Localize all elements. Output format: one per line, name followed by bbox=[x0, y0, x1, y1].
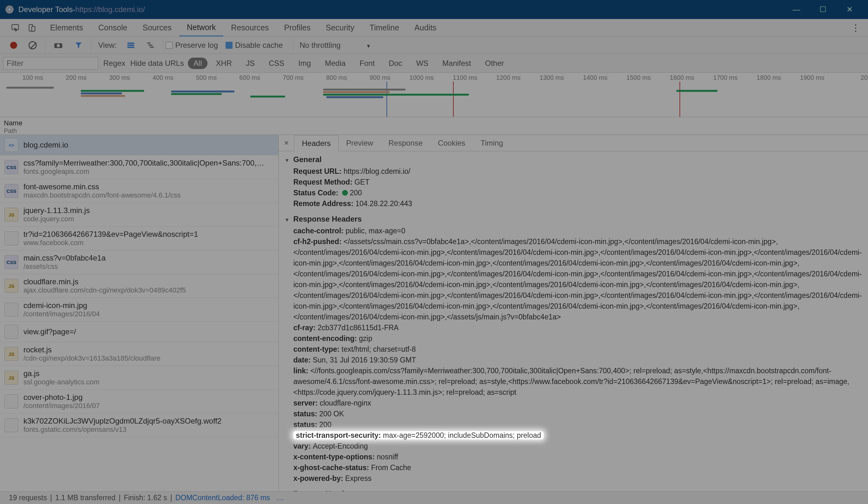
request-name: rocket.js bbox=[23, 345, 160, 354]
header-value: gzip bbox=[359, 334, 372, 343]
response-headers-section-header[interactable]: Response Headers bbox=[279, 213, 868, 225]
request-row[interactable]: <>blog.cdemi.io bbox=[0, 135, 278, 156]
tab-elements[interactable]: Elements bbox=[42, 19, 91, 36]
request-row[interactable]: JSjquery-1.11.3.min.jscode.jquery.com bbox=[0, 203, 278, 227]
large-rows-icon[interactable] bbox=[127, 42, 135, 49]
details-tab-headers[interactable]: Headers bbox=[294, 135, 339, 151]
header-row: Request Method: GET bbox=[293, 177, 868, 187]
request-list[interactable]: <>blog.cdemi.ioCSScss?family=Merriweathe… bbox=[0, 135, 279, 491]
header-key: Remote Address: bbox=[293, 199, 355, 208]
request-row[interactable]: tr?id=210636642667139&ev=PageView&noscri… bbox=[0, 227, 278, 250]
request-name: cloudflare.min.js bbox=[23, 277, 186, 286]
minimize-button[interactable]: — bbox=[783, 5, 810, 14]
filter-type-ws[interactable]: WS bbox=[411, 57, 434, 69]
name-col-header[interactable]: Name bbox=[4, 119, 864, 127]
capture-screenshot-icon[interactable] bbox=[53, 41, 63, 49]
svg-rect-9 bbox=[127, 44, 134, 45]
file-css-icon: CSS bbox=[4, 184, 18, 198]
clear-icon[interactable] bbox=[29, 41, 37, 49]
filter-type-font[interactable]: Font bbox=[354, 57, 381, 69]
header-value: GET bbox=[354, 178, 369, 186]
header-key: Status Code: bbox=[293, 189, 340, 197]
header-row: cf-h2-pushed: </assets/css/main.css?v=0b… bbox=[293, 236, 868, 322]
tab-network[interactable]: Network bbox=[179, 19, 224, 36]
request-row[interactable]: JSrocket.js/cdn-cgi/nexp/dok3v=1613a3a18… bbox=[0, 342, 278, 366]
svg-point-2 bbox=[8, 8, 10, 10]
file-img-icon bbox=[4, 325, 18, 339]
header-key: status: bbox=[293, 410, 319, 418]
waterfall-icon[interactable] bbox=[146, 42, 155, 49]
filter-bar: Regex Hide data URLs AllXHRJSCSSImgMedia… bbox=[0, 54, 868, 73]
details-tab-response[interactable]: Response bbox=[381, 135, 430, 151]
timeline-tick: 1700 ms bbox=[694, 73, 738, 82]
request-row[interactable]: cdemi-icon-min.jpg/content/images/2016/0… bbox=[0, 298, 278, 322]
filter-input[interactable] bbox=[3, 57, 98, 70]
file-img-icon bbox=[4, 395, 18, 408]
timeline-overview[interactable]: 100 ms200 ms300 ms400 ms500 ms600 ms700 … bbox=[0, 73, 868, 117]
request-row[interactable]: k3k702ZOKiLJc3WVjuplzOgdm0LZdjqr5-oayXSO… bbox=[0, 413, 278, 437]
request-path: ssl.google-analytics.com bbox=[23, 378, 100, 386]
more-icon[interactable]: ⋮ bbox=[843, 19, 868, 36]
filter-icon[interactable] bbox=[74, 41, 83, 49]
header-value: Accept-Encoding bbox=[313, 442, 368, 450]
svg-rect-8 bbox=[127, 42, 134, 44]
details-tab-timing[interactable]: Timing bbox=[473, 135, 511, 151]
request-row[interactable]: CSSmain.css?v=0bfabc4e1a/assets/css bbox=[0, 250, 278, 274]
request-row[interactable]: JScloudflare.min.jsajax.cloudflare.com/c… bbox=[0, 274, 278, 298]
load-marker-2 bbox=[680, 82, 680, 117]
tab-resources[interactable]: Resources bbox=[223, 19, 277, 36]
header-value: https://blog.cdemi.io/ bbox=[343, 167, 410, 175]
device-toggle-icon[interactable] bbox=[27, 23, 36, 32]
timeline-tick: 20 bbox=[825, 73, 868, 82]
filter-type-media[interactable]: Media bbox=[319, 57, 351, 69]
filter-type-manifest[interactable]: Manifest bbox=[436, 57, 477, 69]
file-img-icon bbox=[4, 303, 18, 317]
timeline-tick: 1600 ms bbox=[651, 73, 694, 82]
header-key: vary: bbox=[293, 442, 313, 450]
filter-type-other[interactable]: Other bbox=[479, 57, 510, 69]
request-name: view.gif?page=/ bbox=[23, 327, 76, 336]
request-name: ga.js bbox=[23, 369, 100, 378]
header-key: Request Method: bbox=[293, 178, 354, 186]
header-value: public, max-age=0 bbox=[345, 227, 405, 235]
request-row[interactable]: CSSfont-awesome.min.cssmaxcdn.bootstrapc… bbox=[0, 179, 278, 203]
close-button[interactable]: ✕ bbox=[836, 5, 863, 14]
details-tab-preview[interactable]: Preview bbox=[339, 135, 381, 151]
tab-timeline[interactable]: Timeline bbox=[362, 19, 407, 36]
filter-type-css[interactable]: CSS bbox=[263, 57, 290, 69]
request-row[interactable]: view.gif?page=/ bbox=[0, 322, 278, 342]
maximize-button[interactable]: ☐ bbox=[810, 5, 836, 14]
general-section-header[interactable]: General bbox=[279, 153, 868, 166]
hide-data-urls-checkbox[interactable]: Hide data URLs bbox=[130, 59, 184, 68]
throttling-select[interactable]: No throttling▼ bbox=[300, 41, 371, 50]
header-row: Remote Address: 104.28.22.20:443 bbox=[293, 198, 868, 209]
inspect-element-icon[interactable] bbox=[11, 23, 20, 32]
file-doc-icon: <> bbox=[4, 138, 18, 152]
tab-security[interactable]: Security bbox=[318, 19, 362, 36]
filter-type-doc[interactable]: Doc bbox=[383, 57, 408, 69]
record-icon[interactable] bbox=[10, 42, 17, 49]
filter-type-js[interactable]: JS bbox=[240, 57, 260, 69]
filter-type-all[interactable]: All bbox=[188, 57, 208, 69]
file-css-icon: CSS bbox=[4, 255, 18, 269]
tab-audits[interactable]: Audits bbox=[407, 19, 444, 36]
request-row[interactable]: JSga.jsssl.google-analytics.com bbox=[0, 366, 278, 390]
request-headers-section-header[interactable]: Request Headers bbox=[279, 487, 868, 491]
header-key: server: bbox=[293, 399, 320, 407]
filter-type-xhr[interactable]: XHR bbox=[210, 57, 238, 69]
request-name: tr?id=210636642667139&ev=PageView&noscri… bbox=[23, 230, 198, 239]
disable-cache-checkbox[interactable]: Disable cache bbox=[226, 41, 283, 50]
tab-sources[interactable]: Sources bbox=[135, 19, 179, 36]
tab-console[interactable]: Console bbox=[91, 19, 135, 36]
regex-checkbox[interactable]: Regex bbox=[103, 59, 125, 68]
close-details-icon[interactable]: × bbox=[279, 135, 294, 151]
preserve-log-checkbox[interactable]: Preserve log bbox=[166, 41, 218, 50]
header-key: x-powered-by: bbox=[293, 474, 345, 482]
tab-profiles[interactable]: Profiles bbox=[277, 19, 318, 36]
header-value: 200 bbox=[319, 420, 331, 429]
request-row[interactable]: CSScss?family=Merriweather:300,700,700it… bbox=[0, 156, 278, 179]
request-row[interactable]: cover-photo-1.jpg/content/images/2016/07 bbox=[0, 390, 278, 413]
details-tab-cookies[interactable]: Cookies bbox=[430, 135, 473, 151]
filter-type-img[interactable]: Img bbox=[293, 57, 317, 69]
load-marker bbox=[453, 82, 454, 117]
